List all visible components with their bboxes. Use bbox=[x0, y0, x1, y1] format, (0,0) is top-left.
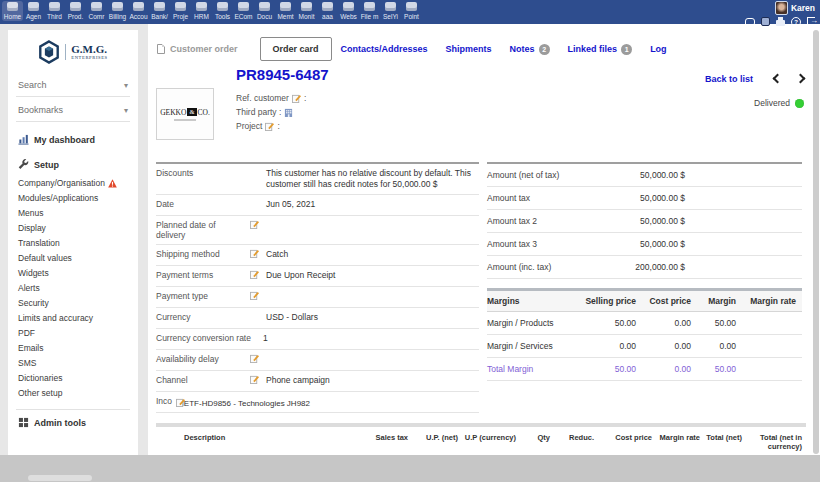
setup-menu: Company/OrganisationModules/Applications… bbox=[8, 176, 138, 401]
logout-icon[interactable]: → bbox=[807, 17, 815, 27]
nav-item-memt[interactable]: Memt bbox=[275, 1, 296, 21]
hrm-icon bbox=[196, 2, 207, 11]
nav-item-webs[interactable]: Webs bbox=[338, 1, 359, 21]
bookmarks-dropdown[interactable]: Bookmarks ▾ bbox=[16, 97, 130, 122]
sidebar-item-label: PDF bbox=[18, 326, 35, 341]
next-record-arrow[interactable] bbox=[796, 74, 806, 84]
logo-text: G.M.G. ENTERPRISES bbox=[65, 44, 107, 60]
user-name: Karen bbox=[791, 3, 815, 13]
edit-icon[interactable] bbox=[292, 94, 301, 103]
sidebar-item-display[interactable]: Display bbox=[18, 221, 128, 236]
tab-shipments[interactable]: Shipments bbox=[437, 38, 501, 60]
sidebar-item-label: Default values bbox=[18, 251, 72, 266]
sidebar-item-sms[interactable]: SMS bbox=[18, 356, 128, 371]
field-row-shipping-method: Shipping methodCatch bbox=[156, 245, 479, 266]
sidebar-item-alerts[interactable]: Alerts bbox=[18, 281, 128, 296]
tab-badge: 2 bbox=[539, 44, 550, 55]
nav-item-accou[interactable]: Accou bbox=[128, 1, 149, 21]
nav-item-docu[interactable]: Docu bbox=[254, 1, 275, 21]
nav-item-monit[interactable]: Monit bbox=[296, 1, 317, 21]
tab-linked-files[interactable]: Linked files1 bbox=[559, 38, 642, 61]
tab-order-card[interactable]: Order card bbox=[260, 37, 332, 61]
margin-row-margin-services: Margin / Services0.000.000.00 bbox=[487, 335, 802, 358]
field-label: Currency bbox=[156, 312, 248, 322]
nav-item-prod[interactable]: Prod. bbox=[65, 1, 86, 21]
warning-icon bbox=[108, 179, 117, 188]
nav-item-label: Tools bbox=[215, 13, 230, 20]
edit-icon[interactable] bbox=[250, 249, 259, 258]
nav-item-aaa[interactable]: aaa bbox=[317, 1, 338, 21]
grid-icon bbox=[18, 417, 29, 428]
thirdparty-logo-text: GEKKO & CO. bbox=[160, 108, 210, 117]
sidebar-item-limits-and-accuracy[interactable]: Limits and accuracy bbox=[18, 311, 128, 326]
sidebar-item-menus[interactable]: Menus bbox=[18, 206, 128, 221]
sidebar-item-widgets[interactable]: Widgets bbox=[18, 266, 128, 281]
edit-icon[interactable] bbox=[250, 354, 259, 363]
gekko-amp: & bbox=[187, 108, 196, 116]
nav-item-home[interactable]: Home bbox=[2, 1, 23, 21]
nav-item-label: Docu bbox=[257, 13, 272, 20]
nav-item-point[interactable]: Point bbox=[401, 1, 422, 21]
nav-item-comr[interactable]: Comr bbox=[86, 1, 107, 21]
tab-contacts-addresses[interactable]: Contacts/Addresses bbox=[332, 38, 437, 60]
back-to-list-link[interactable]: Back to list bbox=[705, 74, 753, 84]
user-menu[interactable]: Karen bbox=[775, 1, 815, 15]
nav-item-bank[interactable]: Bank/ bbox=[149, 1, 170, 21]
help-icon[interactable]: ? bbox=[791, 17, 801, 27]
sidebar-item-admin-tools[interactable]: Admin tools bbox=[16, 409, 130, 428]
edit-icon[interactable] bbox=[265, 122, 274, 131]
field-value-text: This customer has no relative discount b… bbox=[266, 168, 471, 189]
amount-label: Amount tax 2 bbox=[487, 216, 619, 226]
nav-item-billing[interactable]: Billing bbox=[107, 1, 128, 21]
edit-icon[interactable] bbox=[176, 398, 185, 407]
print-icon[interactable] bbox=[776, 20, 785, 26]
amount-row-amount-tax: Amount tax50,000.00 $ bbox=[487, 187, 802, 210]
nav-item-ecom[interactable]: ECom bbox=[233, 1, 254, 21]
tab-badge: 1 bbox=[621, 44, 632, 55]
nav-item-label: Accou bbox=[129, 13, 147, 20]
nav-item-proje[interactable]: Proje bbox=[170, 1, 191, 21]
nav-item-agen[interactable]: Agen bbox=[23, 1, 44, 21]
lines-col-qty: Qty bbox=[522, 433, 550, 451]
nav-item-tools[interactable]: Tools bbox=[212, 1, 233, 21]
commerce-icon bbox=[91, 2, 102, 11]
edit-icon[interactable] bbox=[250, 270, 259, 279]
nav-item-third[interactable]: Third bbox=[44, 1, 65, 21]
search-label: Search bbox=[18, 80, 47, 90]
sidebar-item-translation[interactable]: Translation bbox=[18, 236, 128, 251]
status-green-dot bbox=[795, 99, 804, 108]
sidebar-item-modules-applications[interactable]: Modules/Applications bbox=[18, 191, 128, 206]
tab-log[interactable]: Log bbox=[641, 38, 676, 60]
sidebar-item-my-dashboard[interactable]: My dashboard bbox=[8, 122, 138, 145]
vertical-scrollbar[interactable] bbox=[813, 30, 819, 454]
margin-row-value bbox=[742, 364, 802, 374]
sidebar-item-dictionaries[interactable]: Dictionaries bbox=[18, 371, 128, 386]
tab-notes[interactable]: Notes2 bbox=[501, 38, 559, 61]
nav-item-selyi[interactable]: SelYi bbox=[380, 1, 401, 21]
edit-icon[interactable] bbox=[250, 291, 259, 300]
sidebar-item-label: Emails bbox=[18, 341, 44, 356]
edit-icon[interactable] bbox=[250, 220, 259, 229]
nav-item-label: Proje bbox=[173, 13, 188, 20]
sidebar-item-setup[interactable]: Setup bbox=[8, 145, 138, 170]
sidebar-item-security[interactable]: Security bbox=[18, 296, 128, 311]
chat-icon[interactable] bbox=[745, 18, 755, 26]
sidebar-item-pdf[interactable]: PDF bbox=[18, 326, 128, 341]
sidebar-item-other-setup[interactable]: Other setup bbox=[18, 386, 128, 401]
sidebar-item-label: Company/Organisation bbox=[18, 176, 105, 191]
sidebar-item-company-organisation[interactable]: Company/Organisation bbox=[18, 176, 128, 191]
amount-value: 50,000.00 $ bbox=[619, 193, 685, 203]
nav-item-hrm[interactable]: HRM bbox=[191, 1, 212, 21]
sidebar-item-emails[interactable]: Emails bbox=[18, 341, 128, 356]
edit-icon[interactable] bbox=[250, 375, 259, 384]
field-row-inco: IncoNETF-HD9856 - Technologies JH982 bbox=[156, 392, 479, 413]
previous-record-arrow[interactable] bbox=[772, 74, 782, 84]
quick-icons: ?→ bbox=[745, 17, 815, 26]
lines-col-description: Description bbox=[184, 433, 356, 451]
amount-value: 50,000.00 $ bbox=[619, 170, 685, 180]
search-dropdown[interactable]: Search ▾ bbox=[16, 72, 130, 97]
object-type-text: Customer order bbox=[170, 44, 238, 54]
nav-item-file-m[interactable]: File m bbox=[359, 1, 380, 21]
bug-report-icon[interactable] bbox=[761, 17, 770, 26]
sidebar-item-default-values[interactable]: Default values bbox=[18, 251, 128, 266]
